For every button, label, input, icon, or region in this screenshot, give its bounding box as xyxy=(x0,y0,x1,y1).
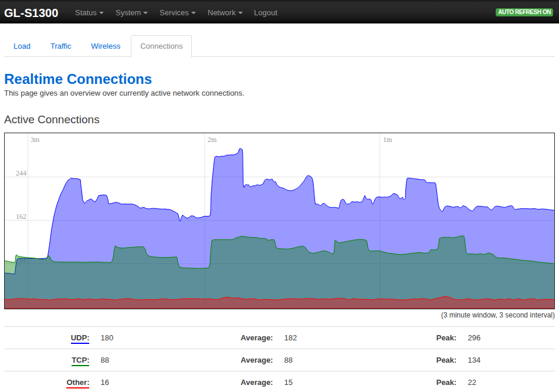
svg-text:244: 244 xyxy=(16,169,26,177)
svg-text:162: 162 xyxy=(16,212,26,221)
svg-text:2m: 2m xyxy=(208,136,217,144)
svg-text:3m: 3m xyxy=(31,136,40,144)
svg-text:1m: 1m xyxy=(383,136,392,144)
